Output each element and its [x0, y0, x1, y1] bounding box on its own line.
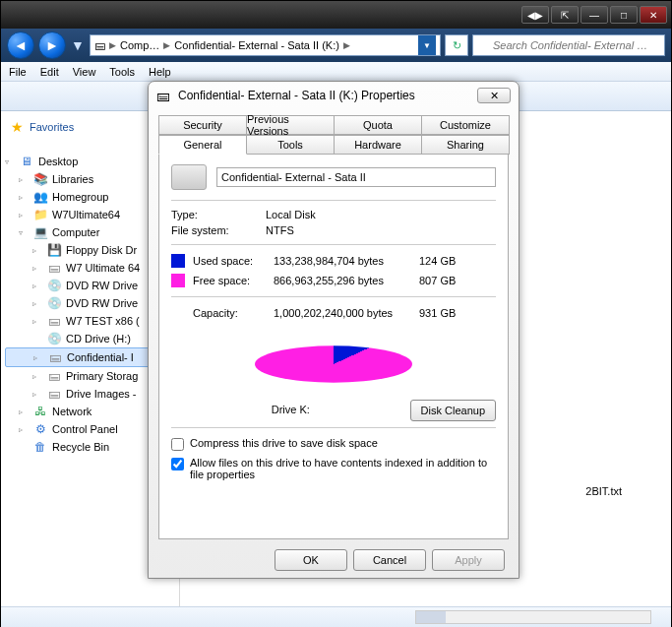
navbar: ◄ ► ▼ 🖴 ▶ Comp…▶ Confidential- External …	[1, 29, 671, 62]
libraries-icon: 📚	[32, 171, 48, 187]
homegroup-icon: 👥	[32, 189, 48, 205]
dvd-icon: 💿	[46, 278, 62, 293]
minimize-button[interactable]: —	[580, 6, 608, 24]
address-dropdown[interactable]: ▼	[418, 35, 436, 55]
used-label: Used space:	[193, 255, 274, 267]
tab-quota[interactable]: Quota	[334, 115, 422, 135]
capacity-label: Capacity:	[171, 307, 274, 319]
chevron-right-icon: ▶	[109, 40, 116, 50]
menu-edit[interactable]: Edit	[40, 66, 59, 78]
recycle-bin-icon: 🗑	[32, 439, 48, 455]
free-label: Free space:	[193, 275, 274, 286]
dialog-close-button[interactable]: ✕	[477, 88, 511, 103]
type-label: Type:	[171, 209, 266, 220]
tab-general[interactable]: General	[158, 135, 247, 155]
floppy-icon: 💾	[46, 242, 62, 258]
usage-pie-chart	[255, 331, 412, 398]
menu-view[interactable]: View	[73, 66, 96, 78]
statusbar	[1, 606, 671, 627]
drive-icon: 🖴	[46, 368, 62, 384]
history-dropdown[interactable]: ▼	[70, 31, 86, 59]
tab-customize[interactable]: Customize	[421, 115, 510, 135]
chevron-right-icon: ▶	[343, 40, 350, 50]
breadcrumb-computer[interactable]: Comp…	[120, 39, 159, 51]
compress-label: Compress this drive to save disk space	[190, 437, 378, 449]
ok-button[interactable]: OK	[275, 549, 347, 571]
drive-icon: 🖴	[46, 260, 62, 276]
dialog-titlebar: 🖴 Confidential- External - Sata II (K:) …	[149, 82, 519, 109]
drive-name-input[interactable]	[216, 167, 496, 187]
maximize-button[interactable]: □	[610, 6, 638, 24]
menubar: File Edit View Tools Help	[1, 62, 671, 82]
titlebar-extra-2[interactable]: ⇱	[551, 6, 579, 24]
tab-sharing[interactable]: Sharing	[421, 135, 510, 155]
drive-large-icon	[171, 164, 207, 190]
disk-cleanup-button[interactable]: Disk Cleanup	[410, 400, 496, 421]
capacity-gb: 931 GB	[419, 307, 472, 319]
tab-hardware[interactable]: Hardware	[334, 135, 422, 155]
drive-icon: 🖴	[156, 88, 170, 103]
horizontal-scrollbar[interactable]	[415, 610, 651, 624]
drive-icon: 🖴	[46, 313, 62, 329]
drive-icon: 🖴	[94, 39, 105, 51]
free-swatch	[171, 274, 185, 287]
drive-icon: 🖴	[46, 386, 62, 402]
menu-tools[interactable]: Tools	[109, 66, 135, 78]
titlebar: ◀▶ ⇱ — □ ✕	[1, 1, 671, 29]
properties-dialog: 🖴 Confidential- External - Sata II (K:) …	[148, 81, 519, 579]
cd-icon: 💿	[46, 331, 62, 346]
used-swatch	[171, 254, 185, 268]
filesystem-label: File system:	[171, 224, 266, 236]
index-checkbox[interactable]	[171, 458, 184, 470]
compress-checkbox[interactable]	[171, 438, 184, 451]
control-panel-icon: ⚙	[32, 421, 48, 437]
free-gb: 807 GB	[419, 275, 472, 286]
address-bar[interactable]: 🖴 ▶ Comp…▶ Confidential- External - Sata…	[90, 34, 441, 56]
search-input[interactable]	[472, 34, 665, 56]
star-icon: ★	[11, 119, 24, 135]
tab-panel-general: Type:Local Disk File system:NTFS Used sp…	[158, 154, 509, 539]
free-bytes: 866,963,255,296 bytes	[274, 275, 419, 286]
forward-button[interactable]: ►	[38, 31, 66, 59]
chevron-right-icon: ▶	[163, 40, 170, 50]
breadcrumb-drive[interactable]: Confidential- External - Sata II (K:)	[174, 39, 339, 51]
filesystem-value: NTFS	[266, 224, 496, 236]
network-icon: 🖧	[32, 404, 48, 419]
capacity-bytes: 1,000,202,240,000 bytes	[274, 307, 419, 319]
user-icon: 📁	[32, 207, 48, 222]
cancel-button[interactable]: Cancel	[353, 549, 426, 571]
menu-help[interactable]: Help	[149, 66, 171, 78]
used-bytes: 133,238,984,704 bytes	[274, 255, 419, 267]
back-button[interactable]: ◄	[7, 31, 34, 59]
titlebar-extra-1[interactable]: ◀▶	[521, 6, 549, 24]
dvd-icon: 💿	[46, 295, 62, 311]
refresh-icon: ↻	[453, 39, 461, 52]
desktop-icon: 🖥	[19, 154, 34, 169]
compress-checkbox-row[interactable]: Compress this drive to save disk space	[171, 434, 496, 454]
drive-icon: 🖴	[47, 349, 63, 365]
file-item[interactable]: 2BIT.txt	[585, 485, 622, 497]
tab-security[interactable]: Security	[158, 115, 247, 135]
tab-previous-versions[interactable]: Previous Versions	[246, 115, 335, 135]
tab-tools[interactable]: Tools	[246, 135, 335, 155]
type-value: Local Disk	[266, 209, 496, 220]
computer-icon: 💻	[32, 224, 48, 240]
used-gb: 124 GB	[419, 255, 472, 267]
index-label: Allow files on this drive to have conten…	[190, 457, 496, 480]
index-checkbox-row[interactable]: Allow files on this drive to have conten…	[171, 454, 496, 483]
dialog-title: Confidential- External - Sata II (K:) Pr…	[178, 89, 469, 102]
refresh-button[interactable]: ↻	[445, 34, 468, 56]
apply-button[interactable]: Apply	[432, 549, 505, 571]
menu-file[interactable]: File	[9, 66, 27, 78]
close-button[interactable]: ✕	[640, 6, 667, 24]
